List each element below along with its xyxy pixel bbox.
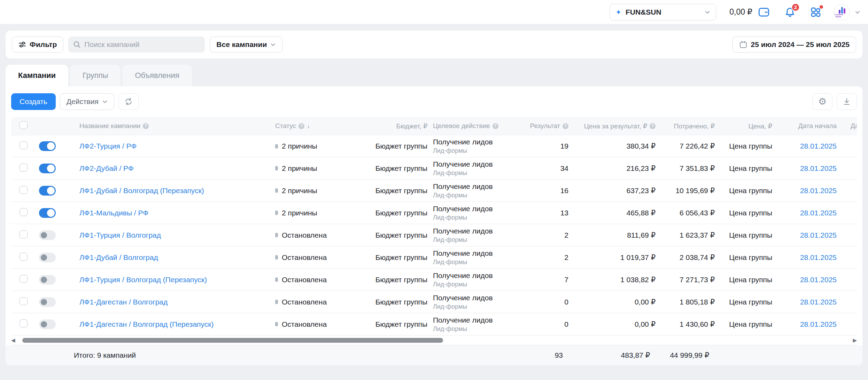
- row-checkbox[interactable]: [20, 275, 28, 283]
- avatar-logo-label: 3 STEPS MEDIA: [834, 14, 850, 18]
- cost-per-result-cell: 1 038,82 ₽: [568, 276, 656, 284]
- campaign-name-link[interactable]: ЛФ1-Дагестан / Волгоград (Перезапуск): [79, 320, 214, 328]
- column-header-start[interactable]: Дата начала: [772, 122, 837, 130]
- help-icon[interactable]: ?: [143, 123, 149, 129]
- campaign-name-link[interactable]: ЛФ1-Дубай / Волгоград (Перезапуск): [79, 187, 204, 195]
- column-header-spent[interactable]: Потрачено, ₽: [656, 122, 715, 130]
- campaign-toggle[interactable]: [39, 297, 56, 307]
- date-range-value: 25 июл 2024 — 25 июл 2025: [751, 40, 850, 49]
- refresh-button[interactable]: [118, 93, 139, 110]
- table-row: ЛФ1-Дагестан / Волгоград (Перезапуск)Ост…: [11, 313, 857, 335]
- spent-cell: 10 195,69 ₽: [656, 187, 715, 195]
- scrollbar-track[interactable]: [17, 338, 851, 343]
- start-date-link[interactable]: 28.01.2025: [800, 187, 837, 195]
- help-icon[interactable]: ?: [493, 123, 498, 129]
- goal-main: Получение лидов: [433, 316, 530, 324]
- account-avatar[interactable]: 3 STEPS MEDIA: [834, 4, 850, 20]
- tab-campaigns[interactable]: Кампании: [6, 65, 68, 86]
- campaign-toggle[interactable]: [39, 230, 56, 240]
- status-text: Остановлена: [282, 231, 327, 239]
- goal-sub: Лид-формы: [433, 192, 530, 199]
- campaign-toggle[interactable]: [39, 141, 56, 151]
- search-input[interactable]: [84, 40, 200, 49]
- budget-cell: Бюджет группы: [363, 320, 427, 328]
- row-checkbox[interactable]: [20, 208, 28, 216]
- notifications-button[interactable]: 2: [784, 7, 796, 18]
- campaign-toggle[interactable]: [39, 186, 56, 196]
- row-checkbox[interactable]: [20, 164, 28, 172]
- start-date-link[interactable]: 28.01.2025: [800, 164, 837, 172]
- column-header-name[interactable]: Название кампании?: [67, 122, 275, 130]
- date-range-button[interactable]: 25 июл 2024 — 25 июл 2025: [733, 37, 856, 53]
- help-icon[interactable]: ?: [650, 123, 656, 129]
- apps-menu-button[interactable]: [810, 7, 821, 18]
- campaign-toggle[interactable]: [39, 275, 56, 285]
- campaign-filter-select[interactable]: Все кампании: [210, 37, 282, 53]
- column-label-name: Название кампании: [79, 122, 140, 130]
- column-label-spent: Потрачено, ₽: [674, 122, 715, 130]
- profile-menu-toggle[interactable]: [855, 9, 860, 15]
- status-cell: 2 причины: [275, 164, 363, 173]
- campaign-name-link[interactable]: ЛФ1-Турция / Волгоград: [79, 231, 161, 239]
- spent-cell: 1 805,18 ₽: [656, 298, 715, 306]
- row-checkbox[interactable]: [20, 319, 28, 327]
- start-date-link[interactable]: 28.01.2025: [800, 253, 837, 261]
- column-header-status[interactable]: Статус?↓: [275, 122, 363, 130]
- account-select[interactable]: ✦ FUN&SUN: [610, 4, 716, 21]
- price-cell: Цена группы: [715, 187, 772, 195]
- tab-groups[interactable]: Группы: [70, 65, 121, 86]
- status-text: 2 причины: [282, 142, 317, 150]
- campaign-name-link[interactable]: ЛФ1-Турция / Волгоград (Перезапуск): [79, 276, 207, 284]
- column-header-cpr[interactable]: Цена за результат, ₽?: [568, 122, 656, 130]
- select-all-checkbox[interactable]: [20, 121, 28, 129]
- create-button[interactable]: Создать: [11, 93, 56, 110]
- tab-ads[interactable]: Объявления: [122, 65, 192, 86]
- start-date-link[interactable]: 28.01.2025: [800, 231, 837, 239]
- goal-cell: Получение лидовЛид-формы: [427, 182, 530, 199]
- row-checkbox[interactable]: [20, 297, 28, 305]
- start-date-link[interactable]: 28.01.2025: [800, 320, 837, 328]
- campaign-name-link[interactable]: ЛФ1-Мальдивы / РФ: [79, 209, 148, 217]
- campaign-name-link[interactable]: ЛФ2-Дубай / РФ: [79, 164, 134, 172]
- column-header-result[interactable]: Результат?: [530, 122, 568, 130]
- status-text: 2 причины: [282, 187, 317, 195]
- result-cell: 16: [530, 187, 568, 195]
- column-header-price[interactable]: Цена, ₽: [715, 122, 772, 130]
- table-settings-button[interactable]: ⚙: [812, 93, 832, 110]
- horizontal-scrollbar: ◀ ▶: [11, 335, 857, 345]
- wallet-button[interactable]: [758, 7, 770, 17]
- spent-cell: 7 226,42 ₽: [656, 142, 715, 150]
- campaign-toggle[interactable]: [39, 208, 56, 218]
- row-checkbox[interactable]: [20, 141, 28, 149]
- totals-label: Итого: 9 кампаний: [61, 351, 270, 359]
- start-date-link[interactable]: 28.01.2025: [800, 298, 837, 306]
- row-checkbox[interactable]: [20, 253, 28, 261]
- row-checkbox[interactable]: [20, 230, 28, 238]
- toggle-knob: [41, 254, 47, 261]
- campaign-toggle[interactable]: [39, 164, 56, 173]
- row-checkbox[interactable]: [20, 186, 28, 194]
- start-date-link[interactable]: 28.01.2025: [800, 276, 837, 284]
- start-date-link[interactable]: 28.01.2025: [800, 209, 837, 217]
- scrollbar-thumb[interactable]: [22, 338, 443, 343]
- column-header-end[interactable]: Дата з: [837, 122, 857, 130]
- status-dot-icon: [275, 144, 278, 149]
- campaign-name-link[interactable]: ЛФ1-Дагестан / Волгоград: [79, 298, 168, 306]
- campaign-toggle[interactable]: [39, 253, 56, 262]
- budget-cell: Бюджет группы: [363, 298, 427, 306]
- scroll-left-arrow[interactable]: ◀: [11, 338, 15, 343]
- export-button[interactable]: [837, 93, 857, 110]
- scroll-right-arrow[interactable]: ▶: [853, 338, 857, 343]
- campaign-name-link[interactable]: ЛФ2-Турция / РФ: [79, 142, 137, 150]
- help-icon[interactable]: ?: [563, 123, 568, 129]
- page-body: Фильтр Все кампании 25 июл 2024 — 25 июл…: [0, 24, 868, 365]
- actions-dropdown[interactable]: Действия: [60, 93, 114, 110]
- filter-button[interactable]: Фильтр: [12, 37, 63, 53]
- help-icon[interactable]: ?: [299, 123, 304, 129]
- column-header-action[interactable]: Целевое действие?: [427, 122, 530, 130]
- start-date-link[interactable]: 28.01.2025: [800, 142, 837, 150]
- campaign-toggle[interactable]: [39, 319, 56, 329]
- campaign-name-link[interactable]: ЛФ1-Дубай / Волгоград: [79, 253, 158, 261]
- table-row: ЛФ1-Турция / Волгоград (Перезапуск)Остан…: [11, 269, 857, 291]
- column-header-budget[interactable]: Бюджет, ₽: [363, 122, 427, 130]
